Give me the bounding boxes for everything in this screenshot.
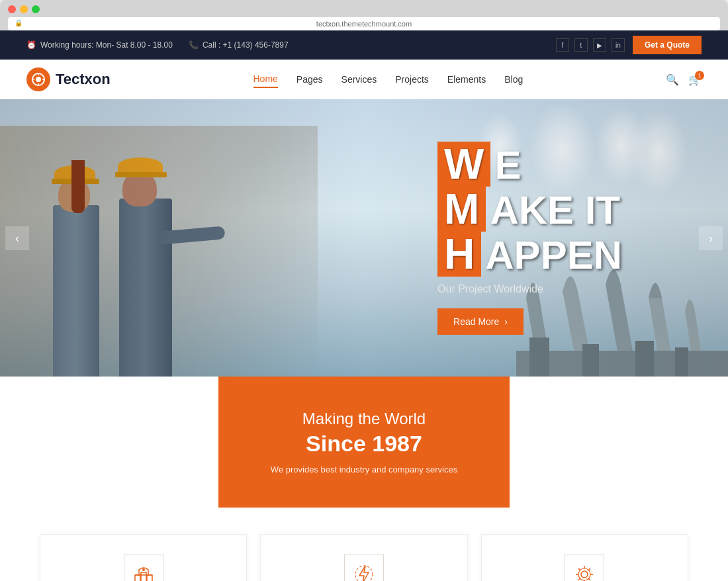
logo-svg	[31, 72, 46, 87]
making-world-line1: Making the World	[258, 410, 470, 428]
service-card-petroleum: Petroleum Refinery	[40, 534, 247, 581]
petroleum-svg	[132, 563, 155, 581]
hero-letter-m: M	[437, 187, 486, 232]
browser-dots-row	[8, 5, 720, 13]
header: Tectxon Home Pages Services Projects Ele…	[0, 60, 728, 99]
nav-pages[interactable]: Pages	[296, 71, 323, 87]
clock-icon: ⏰	[26, 40, 36, 50]
cart-icon[interactable]: 🛒 1	[688, 73, 702, 86]
service-card-power: Power & Energy	[260, 534, 467, 581]
logo-icon	[26, 67, 50, 91]
nav-home[interactable]: Home	[253, 71, 278, 88]
svg-rect-11	[135, 575, 140, 581]
hero-content: W E M AKE IT H APPEN Our Project Worldwi…	[437, 142, 622, 335]
svg-rect-13	[141, 572, 146, 581]
twitter-icon[interactable]: t	[574, 38, 588, 52]
hero-letter-h: H	[437, 232, 481, 277]
svg-point-19	[578, 568, 590, 580]
slider-prev-button[interactable]: ‹	[5, 226, 29, 250]
mechanical-icon	[565, 555, 604, 581]
url-text: tectxon.themetechmount.com	[316, 20, 412, 28]
read-more-button[interactable]: Read More ›	[437, 308, 523, 335]
search-icon[interactable]: 🔍	[666, 73, 679, 86]
youtube-icon[interactable]: ▶	[593, 38, 606, 52]
hero-text-appen: APPEN	[485, 236, 622, 275]
browser-dot-minimize[interactable]	[20, 5, 28, 13]
making-world-year: Since 1987	[258, 431, 470, 457]
making-world-card: Making the World Since 1987 We provides …	[218, 377, 510, 508]
arrow-icon: ›	[504, 316, 508, 327]
mechanical-svg	[573, 563, 596, 581]
nav-services[interactable]: Services	[341, 71, 377, 87]
logo-text: Tectxon	[56, 71, 111, 88]
get-quote-button[interactable]: Get a Quote	[633, 36, 702, 54]
nav-projects[interactable]: Projects	[395, 71, 429, 87]
power-icon	[344, 555, 384, 581]
top-bar-right: f t ▶ in Get a Quote	[556, 36, 702, 54]
svg-marker-16	[359, 566, 369, 581]
hero-slider: W E M AKE IT H APPEN Our Project Worldwi…	[0, 99, 728, 377]
browser-dot-maximize[interactable]	[32, 5, 40, 13]
nav-elements[interactable]: Elements	[447, 71, 486, 87]
svg-point-18	[581, 571, 588, 578]
nav-blog[interactable]: Blog	[504, 71, 523, 87]
power-svg	[353, 563, 375, 581]
cart-badge: 1	[695, 71, 704, 80]
slider-next-button[interactable]: ›	[699, 226, 723, 250]
svg-point-1	[36, 77, 41, 82]
lower-section: Making the World Since 1987 We provides …	[0, 377, 728, 581]
browser-dot-close[interactable]	[8, 5, 16, 13]
browser-window: tectxon.themetechmount.com ⏰ Working hou…	[0, 0, 728, 581]
hero-headline: W E M AKE IT H APPEN	[437, 142, 622, 277]
hero-text-akeit: AKE IT	[490, 191, 620, 230]
services-grid: Petroleum Refinery Power & Energy	[0, 508, 728, 581]
nav-actions: 🔍 🛒 1	[666, 73, 702, 86]
hero-letter-w: W	[437, 142, 490, 187]
social-icons: f t ▶ in	[556, 38, 625, 52]
svg-point-15	[142, 568, 145, 571]
top-bar-left: ⏰ Working hours: Mon- Sat 8.00 - 18.00 📞…	[26, 40, 289, 50]
address-bar[interactable]: tectxon.themetechmount.com	[8, 17, 720, 30]
browser-chrome: tectxon.themetechmount.com	[0, 0, 728, 30]
phone-icon: 📞	[189, 40, 199, 50]
making-world-container: Making the World Since 1987 We provides …	[0, 377, 728, 508]
main-nav: Home Pages Services Projects Elements Bl…	[253, 71, 523, 88]
top-bar: ⏰ Working hours: Mon- Sat 8.00 - 18.00 📞…	[0, 30, 728, 60]
facebook-icon[interactable]: f	[556, 38, 569, 52]
logo[interactable]: Tectxon	[26, 67, 111, 91]
petroleum-icon	[124, 555, 163, 581]
website-content: ⏰ Working hours: Mon- Sat 8.00 - 18.00 📞…	[0, 30, 728, 581]
service-card-mechanical: Mechanical Works	[481, 534, 688, 581]
hero-text-e: E	[494, 146, 521, 185]
hero-subtext: Our Project Worldwide	[437, 283, 622, 295]
svg-rect-12	[147, 575, 152, 581]
linkedin-icon[interactable]: in	[612, 38, 625, 52]
making-world-sub: We provides best industry and company se…	[258, 465, 470, 474]
phone-number: 📞 Call : +1 (143) 456-7897	[189, 40, 289, 50]
working-hours: ⏰ Working hours: Mon- Sat 8.00 - 18.00	[26, 40, 173, 50]
